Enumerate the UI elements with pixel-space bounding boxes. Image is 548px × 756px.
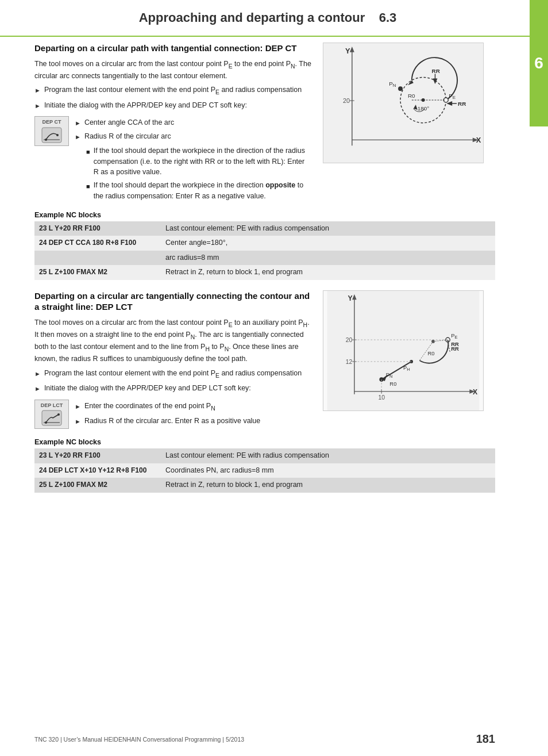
section1-body: The tool moves on a circular arc from th… — [34, 59, 311, 82]
sub-bullet1: ► Center angle CCA of the arc — [75, 117, 311, 128]
section2-diagram: Y X 20 12 10 — [323, 290, 495, 411]
page: 6 Approaching and departing a contour 6.… — [0, 0, 548, 756]
x-val-10: 10 — [379, 394, 385, 401]
section1-sub-sub-bullets: ■ If the tool should depart the workpiec… — [86, 145, 311, 202]
section2-row: Departing on a circular arc tangentially… — [34, 290, 495, 434]
section2-sub-bullets: ► Enter the coordinates of the end point… — [75, 397, 311, 430]
s2-sub-bullet1: ► Enter the coordinates of the end point… — [75, 401, 311, 413]
diagram2-svg: Y X 20 12 10 — [323, 291, 483, 410]
s2-arrow2: ► — [34, 384, 41, 394]
svg-point-3 — [56, 134, 59, 136]
nc-desc4: Retract in Z, return to block 1, end pro… — [161, 265, 495, 280]
r0-label: R0 — [408, 93, 415, 99]
section-dep-ct: Departing on a circular path with tangen… — [34, 43, 495, 280]
dep-lct-softkey: DEP LCT — [34, 400, 69, 429]
nc2-code3: 25 L Z+100 FMAX M2 — [34, 478, 161, 493]
footer-page-number: 181 — [476, 732, 495, 746]
nc-desc2: Center angle=180°, — [161, 236, 495, 251]
section2-left: Departing on a circular arc tangentially… — [34, 290, 311, 434]
s2-arrow1: ► — [34, 369, 41, 379]
rr-label2-bottom: RR — [451, 346, 459, 352]
diagram1-svg: Y X 20 — [323, 43, 483, 163]
section2-bullets: ► Program the last contour element with … — [34, 368, 311, 394]
nc-row1: 23 L Y+20 RR F100 Last contour element: … — [34, 221, 495, 236]
nc2-row1: 23 L Y+20 RR F100 Last contour element: … — [34, 448, 495, 463]
footer-text: TNC 320 | User’s Manual HEIDENHAIN Conve… — [34, 736, 476, 743]
sub-bullet2: ► Radius R of the circular arc — [75, 131, 311, 142]
chapter-number: 6 — [534, 54, 543, 72]
y-val-20b: 20 — [346, 336, 353, 343]
nc-row4: 25 L Z+100 FMAX M2 Retract in Z, return … — [34, 265, 495, 280]
bullet2: ► Initiate the dialog with the APPR/DEP … — [34, 100, 311, 111]
s2-bullet1: ► Program the last contour element with … — [34, 368, 311, 380]
s2-sub-bullet2: ► Radius R of the circular arc. Enter R … — [75, 416, 311, 427]
s2-sub-arrow1: ► — [75, 402, 81, 412]
nc-code4: 25 L Z+100 FMAX M2 — [34, 265, 161, 280]
softkey-icon2 — [41, 410, 62, 426]
section1-title: Departing on a circular path with tangen… — [34, 43, 311, 54]
section-dep-lct: Departing on a circular arc tangentially… — [34, 290, 495, 493]
section2-title: Departing on a circular arc tangentially… — [34, 290, 311, 313]
main-content: Departing on a circular path with tangen… — [0, 37, 530, 509]
nc-table2: 23 L Y+20 RR F100 Last contour element: … — [34, 448, 495, 493]
y-val-20: 20 — [343, 97, 350, 104]
nc-row3: arc radius=8 mm — [34, 251, 495, 266]
svg-point-23 — [45, 421, 47, 424]
page-header: Approaching and departing a contour 6.3 — [0, 0, 530, 37]
example2-label: Example NC blocks — [34, 438, 495, 446]
softkey-row2: DEP LCT — [34, 397, 311, 432]
section1-diagram: Y X 20 — [323, 43, 495, 163]
arrow-icon1: ► — [34, 86, 41, 95]
dep-ct-softkey: DEP CT — [34, 116, 69, 146]
x-axis-label2: X — [473, 387, 478, 396]
y-axis-label2: Y — [348, 294, 353, 302]
svg-point-24 — [57, 413, 60, 416]
nc-table1: 23 L Y+20 RR F100 Last contour element: … — [34, 221, 495, 280]
nc2-code1: 23 L Y+20 RR F100 — [34, 448, 161, 463]
section1-bullets: ► Program the last contour element with … — [34, 85, 311, 110]
nc2-desc2: Coordinates PN, arc radius=8 mm — [161, 463, 495, 478]
arrow-icon4: ► — [75, 132, 81, 142]
svg-rect-21 — [42, 410, 61, 425]
nc-code1: 23 L Y+20 RR F100 — [34, 221, 161, 236]
header-title: Approaching and departing a contour 6.3 — [34, 10, 501, 25]
sub-sub-bullet1: ■ If the tool should depart the workpiec… — [86, 145, 311, 178]
nc-row2: 24 DEP CT CCA 180 R+8 F100 Center angle=… — [34, 236, 495, 251]
y-axis-label: Y — [345, 47, 350, 55]
chapter-tab: 6 — [530, 0, 548, 126]
rr-label-top: RR — [432, 68, 440, 74]
r0-label2b: R0 — [389, 381, 396, 387]
diagram2-container: Y X 20 12 10 — [323, 290, 484, 411]
square-bullet2: ■ — [86, 182, 90, 191]
sub-sub-bullet2: ■ If the tool should depart the workpiec… — [86, 180, 311, 202]
square-bullet1: ■ — [86, 147, 90, 157]
nc-desc1: Last contour element: PE with radius com… — [161, 221, 495, 236]
x-axis-label: X — [476, 136, 481, 144]
softkey-icon — [41, 127, 62, 143]
example1-label: Example NC blocks — [34, 211, 495, 219]
s2-bullet2: ► Initiate the dialog with the APPR/DEP … — [34, 383, 311, 394]
nc-code2: 24 DEP CT CCA 180 R+8 F100 — [34, 236, 161, 251]
r0-label2a: R0 — [428, 350, 435, 356]
nc2-row3: 25 L Z+100 FMAX M2 Retract in Z, return … — [34, 478, 495, 493]
nc-desc3: arc radius=8 mm — [161, 251, 495, 266]
nc2-desc3: Retract in Z, return to block 1, end pro… — [161, 478, 495, 493]
arrow-icon2: ► — [34, 101, 41, 111]
section1-row: Departing on a circular path with tangen… — [34, 43, 495, 206]
nc2-desc1: Last contour element: PE with radius com… — [161, 448, 495, 463]
y-val-12: 12 — [346, 358, 353, 364]
arrow-icon3: ► — [75, 118, 81, 128]
nc2-code2: 24 DEP LCT X+10 Y+12 R+8 F100 — [34, 463, 161, 478]
page-footer: TNC 320 | User’s Manual HEIDENHAIN Conve… — [0, 732, 530, 746]
rr-label-right: RR — [458, 101, 466, 107]
section2-body: The tool moves on a circular arc from th… — [34, 317, 311, 364]
svg-point-2 — [45, 139, 47, 141]
section1-left: Departing on a circular path with tangen… — [34, 43, 311, 206]
softkey-row1: DEP CT — [34, 114, 311, 204]
nc2-row2: 24 DEP LCT X+10 Y+12 R+8 F100 Coordinate… — [34, 463, 495, 478]
diagram1-container: Y X 20 — [323, 43, 484, 163]
s2-sub-arrow2: ► — [75, 417, 81, 427]
nc-code3 — [34, 251, 161, 266]
svg-point-17 — [398, 86, 403, 91]
section1-sub-bullets: ► Center angle CCA of the arc ► Radius R… — [75, 114, 311, 204]
